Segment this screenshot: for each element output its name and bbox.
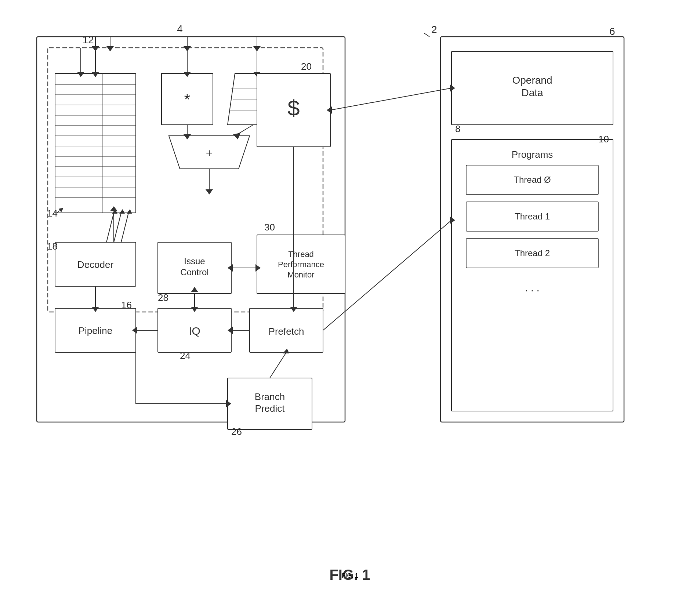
svg-text:Monitor: Monitor <box>287 270 314 279</box>
svg-marker-65 <box>191 287 198 292</box>
svg-text:8: 8 <box>455 123 460 134</box>
svg-marker-73 <box>228 327 233 334</box>
svg-marker-34 <box>184 72 191 77</box>
svg-text:Predict: Predict <box>255 403 285 414</box>
svg-text:12: 12 <box>82 34 94 46</box>
svg-text:4: 4 <box>177 23 183 34</box>
svg-rect-91 <box>257 73 330 147</box>
svg-text:2: 2 <box>431 24 437 35</box>
svg-marker-119 <box>184 46 191 51</box>
svg-line-46 <box>106 213 114 242</box>
svg-line-116 <box>323 220 451 330</box>
svg-text:24: 24 <box>180 350 191 361</box>
svg-text:30: 30 <box>264 222 275 233</box>
svg-marker-123 <box>92 46 99 51</box>
svg-text:+: + <box>206 146 213 160</box>
svg-text:Performance: Performance <box>278 260 324 269</box>
svg-marker-49 <box>119 209 125 214</box>
svg-text:20: 20 <box>301 61 312 72</box>
svg-marker-40 <box>233 133 240 139</box>
svg-marker-56 <box>92 307 99 312</box>
svg-rect-52 <box>55 308 136 352</box>
svg-rect-106 <box>466 165 598 195</box>
svg-text:26: 26 <box>231 426 242 437</box>
svg-text:Decoder: Decoder <box>77 259 114 270</box>
svg-marker-68 <box>132 327 137 334</box>
box-branch-predict: Branch <box>0 0 0 0</box>
svg-text:16: 16 <box>121 299 132 310</box>
svg-rect-74 <box>228 378 312 429</box>
svg-marker-89 <box>255 264 261 272</box>
svg-text:18: 18 <box>47 241 58 252</box>
svg-marker-125 <box>106 46 114 51</box>
svg-marker-66 <box>191 307 198 312</box>
svg-marker-30 <box>92 72 99 77</box>
svg-marker-95 <box>290 307 297 312</box>
svg-text:14: 14 <box>47 208 58 219</box>
svg-marker-114 <box>450 84 455 92</box>
svg-marker-82 <box>283 349 289 353</box>
svg-text:28: 28 <box>158 292 168 303</box>
svg-text:6: 6 <box>609 26 615 37</box>
svg-marker-28 <box>77 72 84 77</box>
figure-caption: FIG. 1 <box>342 573 358 579</box>
svg-text:Control: Control <box>180 267 208 277</box>
svg-text:Thread: Thread <box>288 250 314 259</box>
svg-rect-103 <box>451 139 613 411</box>
diagram-container: Branch Decoder Pipeline IQ Prefetch $ Op… <box>0 0 0 0</box>
svg-marker-25 <box>169 136 250 169</box>
svg-marker-38 <box>184 134 191 139</box>
svg-marker-90 <box>228 264 233 272</box>
svg-marker-42 <box>206 189 213 195</box>
svg-line-113 <box>330 88 451 110</box>
svg-marker-115 <box>327 106 332 114</box>
svg-text:Pipeline: Pipeline <box>79 325 113 336</box>
svg-text:IQ: IQ <box>189 325 200 337</box>
svg-text:Issue: Issue <box>184 256 205 266</box>
svg-rect-19 <box>162 73 213 125</box>
svg-rect-57 <box>158 242 231 294</box>
svg-rect-110 <box>466 239 598 268</box>
svg-marker-21 <box>228 73 290 125</box>
svg-rect-69 <box>250 308 323 352</box>
svg-text:$: $ <box>287 96 300 120</box>
svg-rect-97 <box>440 37 624 422</box>
svg-marker-32 <box>110 206 117 211</box>
svg-marker-121 <box>253 46 261 51</box>
svg-text:Thread 2: Thread 2 <box>515 248 550 258</box>
svg-line-50 <box>121 213 128 242</box>
svg-rect-61 <box>158 308 231 352</box>
svg-rect-99 <box>451 51 613 125</box>
svg-rect-43 <box>55 242 136 286</box>
svg-text:Data: Data <box>521 87 543 98</box>
svg-marker-36 <box>253 72 261 77</box>
svg-text:*: * <box>184 91 190 108</box>
svg-marker-117 <box>450 217 455 224</box>
svg-text:22: 22 <box>268 281 279 292</box>
svg-rect-4 <box>55 73 136 213</box>
svg-rect-83 <box>257 235 345 294</box>
svg-text:Programs: Programs <box>512 149 553 160</box>
svg-text:10: 10 <box>598 134 609 145</box>
svg-marker-51 <box>127 209 132 214</box>
svg-text:Thread 1: Thread 1 <box>515 211 550 221</box>
svg-text:· · ·: · · · <box>525 284 540 296</box>
svg-marker-47 <box>112 209 117 214</box>
svg-text:Prefetch: Prefetch <box>269 326 304 337</box>
svg-line-48 <box>114 213 121 242</box>
svg-marker-80 <box>226 400 231 407</box>
svg-rect-108 <box>466 202 598 231</box>
svg-text:Operand: Operand <box>512 75 552 86</box>
svg-text:Thread Ø: Thread Ø <box>514 175 551 185</box>
svg-rect-2 <box>48 48 323 312</box>
svg-rect-0 <box>37 37 345 422</box>
svg-text:Branch: Branch <box>255 391 285 402</box>
svg-line-39 <box>235 125 253 136</box>
svg-line-81 <box>270 352 286 378</box>
